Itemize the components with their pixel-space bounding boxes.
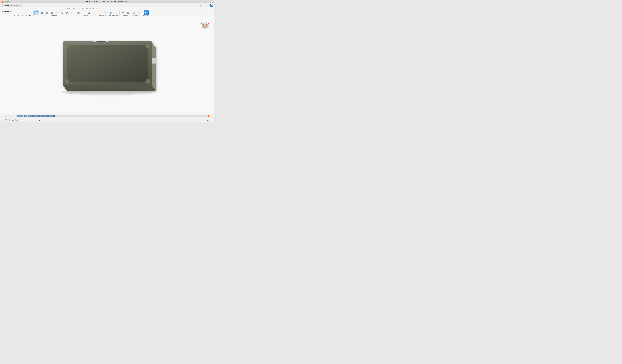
timeline-item[interactable] [30, 115, 32, 117]
tab-surface[interactable]: SURFACE [71, 8, 79, 10]
timeline-first-button[interactable]: ⏮ [1, 115, 4, 117]
svg-point-28 [105, 13, 106, 13]
viewport[interactable]: TOP RIGHT FRONT Z [0, 16, 214, 114]
create-cylinder[interactable] [44, 10, 49, 15]
timeline-item[interactable] [42, 115, 44, 117]
grid-snap-button[interactable]: ⊠ [206, 119, 209, 122]
select-cursor[interactable] [144, 10, 149, 15]
svg-point-39 [138, 13, 139, 13]
svg-point-45 [65, 44, 70, 48]
window-controls[interactable] [1, 1, 9, 3]
maximize-button[interactable] [7, 1, 9, 3]
view-more-button[interactable]: ▾ [22, 119, 26, 122]
svg-text:RIGHT: RIGHT [205, 26, 208, 27]
statusbar-sep1 [18, 119, 19, 122]
assemble-more[interactable] [102, 10, 107, 15]
svg-point-26 [104, 13, 105, 13]
close-button[interactable] [1, 1, 3, 3]
svg-marker-3 [41, 12, 43, 14]
create-torus[interactable] [55, 10, 59, 15]
svg-point-10 [61, 12, 63, 14]
svg-point-27 [105, 13, 105, 13]
file-icon: ⬡ [3, 4, 4, 6]
modify-fillet[interactable] [81, 10, 86, 15]
create-new-component[interactable] [35, 10, 39, 15]
timeline-item[interactable] [32, 115, 34, 117]
nav-home-button[interactable]: ⌖ [1, 119, 4, 122]
grid-button[interactable]: ⊞ [203, 119, 206, 122]
user-button[interactable]: EB [210, 4, 213, 7]
timeline-item[interactable] [39, 115, 40, 117]
minimize-button[interactable] [4, 1, 6, 3]
construct-plane[interactable] [109, 10, 114, 15]
display-settings-button[interactable]: ⬡ [27, 119, 30, 122]
timeline-marker [208, 115, 209, 117]
create-box[interactable] [39, 10, 44, 15]
timeline-item[interactable] [40, 115, 42, 117]
create-pipe[interactable] [65, 10, 70, 15]
timeline-item[interactable] [49, 115, 51, 117]
layout-button[interactable]: ⊟ [210, 119, 213, 122]
timeline-item[interactable] [53, 115, 55, 117]
render-settings-button[interactable]: ⊞ [35, 119, 38, 122]
new-tab-button[interactable]: + [199, 4, 202, 7]
design-menu-button[interactable]: DESIGN ▾ [0, 7, 12, 16]
timeline-item[interactable] [19, 115, 21, 117]
nav-zoom-button[interactable]: 🔍 [15, 119, 18, 122]
inspect-section[interactable] [125, 10, 130, 15]
timeline-item[interactable] [34, 115, 36, 117]
tab-solid[interactable]: SOLID [64, 8, 71, 10]
tab-sheet-metal[interactable]: SHEET METAL [80, 8, 92, 10]
online-button[interactable]: ⊙ [203, 4, 206, 7]
timeline-item[interactable] [36, 115, 38, 117]
insert-more[interactable] [136, 10, 141, 15]
svg-point-41 [139, 13, 140, 13]
tabbar-right-controls: × + ⊙ ? EB [195, 4, 213, 7]
close-file-button[interactable]: × [195, 4, 198, 7]
timeline-item[interactable] [25, 115, 27, 117]
nav-pan-button[interactable]: ✋ [8, 119, 11, 122]
timeline-next-button[interactable]: ▶ [10, 115, 13, 117]
statusbar-left-tools: ⌖ 🔄 ✋ ⊡ 🔍 ⬚ ▾ ⬡ ▾ ⊞ ▾ [1, 119, 41, 122]
timeline-item[interactable] [23, 115, 25, 117]
title-bar: Autodesk Fusion 360 (Personal – Not for … [0, 0, 214, 3]
create-more[interactable] [70, 10, 75, 15]
viewcube[interactable]: TOP RIGHT FRONT Z [199, 19, 211, 32]
timeline-settings-button[interactable]: ⚙ [211, 115, 213, 117]
timeline-item[interactable] [21, 115, 23, 117]
modify-press-pull[interactable] [76, 10, 81, 15]
create-sphere[interactable] [50, 10, 55, 15]
timeline-item[interactable] [45, 115, 47, 117]
timeline-item[interactable] [17, 115, 19, 117]
assemble-new-joint[interactable] [97, 10, 102, 15]
modify-shell[interactable] [86, 10, 91, 15]
timeline-item[interactable] [47, 115, 49, 117]
create-coil[interactable] [60, 10, 65, 15]
timeline-last-button[interactable]: ⏭ [13, 115, 16, 117]
display-more-button[interactable]: ▾ [30, 119, 33, 122]
main-area: TOP RIGHT FRONT Z [0, 16, 214, 114]
tab-close-button[interactable]: × [20, 4, 21, 6]
timeline-item[interactable] [28, 115, 30, 117]
nav-orbit-button[interactable]: 🔄 [5, 119, 8, 122]
construct-more[interactable] [114, 10, 119, 15]
nav-zoom-fit-button[interactable]: ⊡ [11, 119, 14, 122]
svg-point-6 [46, 13, 48, 14]
svg-rect-19 [88, 12, 89, 13]
help-button[interactable]: ? [207, 4, 209, 7]
svg-rect-37 [133, 12, 135, 14]
toolbar: DESIGN ▾ SOLID SURFACE SHEET METAL TOOLS… [0, 7, 214, 16]
file-tab[interactable]: ⬡ iPhone6sCase v1* × [1, 3, 22, 7]
tab-tools[interactable]: TOOLS [92, 8, 99, 10]
timeline-item[interactable] [51, 115, 53, 117]
timeline-right: ⚙ [211, 115, 213, 117]
insert-canvas[interactable] [132, 10, 136, 15]
modify-more[interactable] [91, 10, 96, 15]
timeline-play-button[interactable]: ▶ [7, 115, 10, 117]
timeline-track[interactable] [16, 115, 210, 117]
inspect-measure[interactable] [120, 10, 125, 15]
svg-marker-42 [145, 12, 147, 14]
timeline-prev-button[interactable]: ◀ [4, 115, 7, 117]
view-modes-button[interactable]: ⬚ [19, 119, 22, 122]
render-more-button[interactable]: ▾ [38, 119, 41, 122]
